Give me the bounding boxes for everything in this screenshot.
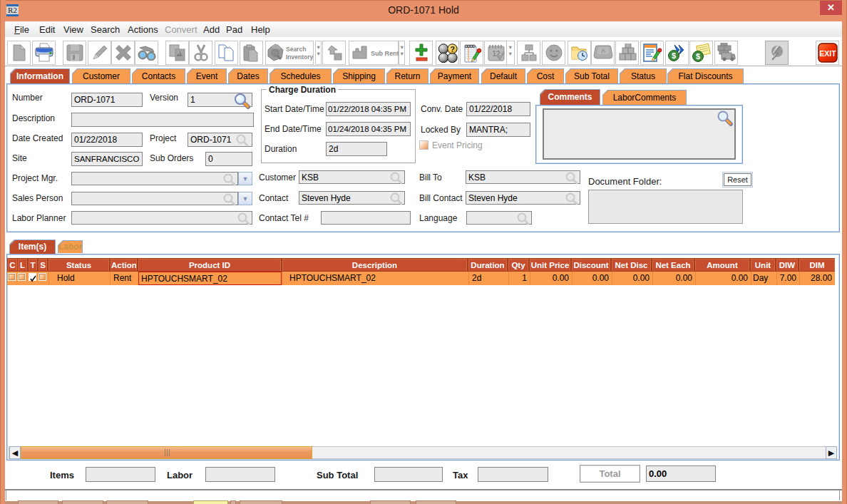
svg-text:$: $ xyxy=(695,52,699,61)
svg-text:12: 12 xyxy=(492,50,500,58)
svg-text:$: $ xyxy=(671,51,675,60)
svg-text:?: ? xyxy=(450,45,455,53)
svg-text:EXIT: EXIT xyxy=(819,49,836,58)
svg-text:A: A xyxy=(600,47,605,54)
